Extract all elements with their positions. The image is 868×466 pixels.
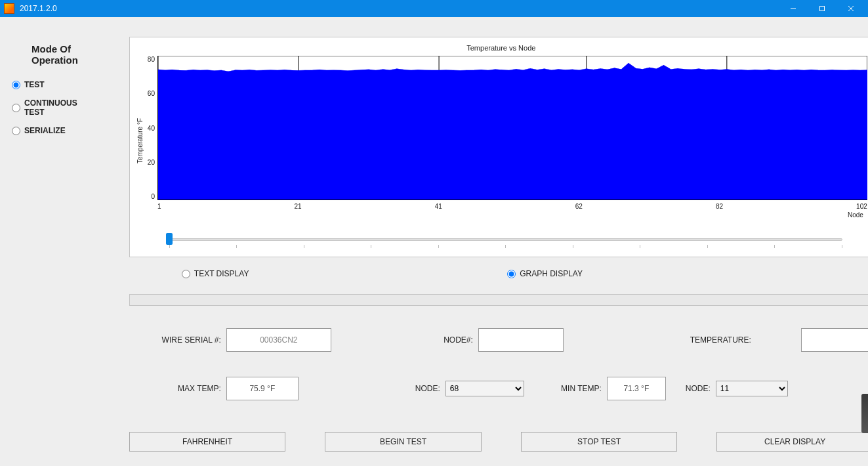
temperature-input[interactable] [801, 328, 868, 352]
slider-ticks [169, 245, 842, 249]
wire-serial-input [226, 328, 331, 352]
display-mode-graph-input[interactable] [507, 270, 516, 278]
title-bar: 2017.1.2.0 [0, 0, 868, 17]
progress-bar [129, 294, 868, 306]
mode-radio-serialize-input[interactable] [12, 127, 20, 135]
chart-title: Temperature vs Node [135, 44, 867, 52]
mode-radio-continuous-label: CONTINUOUS TEST [24, 98, 78, 117]
mode-radio-test[interactable]: TEST [12, 80, 78, 89]
mode-radio-continuous-input[interactable] [12, 104, 20, 112]
chart-xticks: 1 21 41 62 82 102 [157, 200, 867, 210]
sidebar: Mode Of Operation TEST CONTINUOUS TEST S… [0, 17, 90, 466]
min-temp-input[interactable] [607, 377, 666, 400]
wire-serial-label: WIRE SERIAL #: [129, 335, 221, 345]
app-icon [4, 3, 14, 14]
node-slider[interactable] [169, 234, 842, 246]
clear-display-button[interactable]: CLEAR DISPLAY [716, 432, 868, 452]
mode-radio-test-input[interactable] [12, 81, 20, 89]
side-widget[interactable] [861, 394, 868, 433]
stop-test-button[interactable]: STOP TEST [521, 432, 678, 452]
min-temp-label: MIN TEMP: [529, 384, 602, 393]
display-mode-graph-label: GRAPH DISPLAY [520, 269, 583, 278]
mode-radio-serialize[interactable]: SERIALIZE [12, 126, 78, 135]
begin-test-button[interactable]: BEGIN TEST [325, 432, 482, 452]
display-mode-text[interactable]: TEXT DISPLAY [182, 269, 507, 278]
unit-toggle-button[interactable]: FAHRENHEIT [129, 432, 286, 452]
chart-ylabel: Temperature °F [135, 118, 145, 163]
fields-row-2: MAX TEMP: NODE: 68 MIN TEMP: NODE: 11 [129, 377, 868, 400]
display-mode-graph[interactable]: GRAPH DISPLAY [507, 269, 860, 278]
max-temp-label: MAX TEMP: [129, 384, 221, 393]
display-mode-text-input[interactable] [182, 270, 190, 278]
chart-yticks: 80 60 40 20 0 [145, 56, 157, 200]
slider-track [169, 238, 842, 241]
min-temp-node-label: NODE: [671, 384, 711, 393]
window-title: 2017.1.2.0 [20, 4, 57, 13]
sidebar-heading: Mode Of Operation [31, 43, 78, 66]
svg-rect-1 [820, 7, 825, 11]
slider-thumb[interactable] [166, 233, 173, 245]
main-panel: Temperature vs Node Temperature °F 80 60… [90, 17, 868, 466]
chart-svg [158, 56, 867, 200]
max-temp-input[interactable] [226, 377, 299, 400]
mode-radio-test-label: TEST [24, 80, 45, 89]
mode-radio-serialize-label: SERIALIZE [24, 126, 66, 135]
action-button-row: FAHRENHEIT BEGIN TEST STOP TEST CLEAR DI… [129, 432, 868, 452]
node-num-input[interactable] [478, 328, 564, 352]
chart-panel: Temperature vs Node Temperature °F 80 60… [129, 37, 868, 257]
chart-plot-area [157, 56, 867, 200]
display-mode-row: TEXT DISPLAY GRAPH DISPLAY [129, 269, 868, 278]
mode-radio-continuous[interactable]: CONTINUOUS TEST [12, 98, 78, 117]
max-temp-node-select[interactable]: 68 [445, 381, 524, 396]
chart-xlabel: Node [157, 210, 867, 219]
display-mode-text-label: TEXT DISPLAY [194, 269, 249, 278]
max-temp-node-label: NODE: [368, 384, 440, 393]
minimize-button[interactable] [779, 0, 808, 17]
node-num-label: NODE#: [394, 335, 473, 345]
maximize-button[interactable] [808, 0, 837, 17]
temperature-label: TEMPERATURE: [666, 335, 751, 345]
close-button[interactable] [837, 0, 865, 17]
fields-row-1: WIRE SERIAL #: NODE#: TEMPERATURE: [129, 328, 868, 352]
min-temp-node-select[interactable]: 11 [716, 381, 788, 396]
